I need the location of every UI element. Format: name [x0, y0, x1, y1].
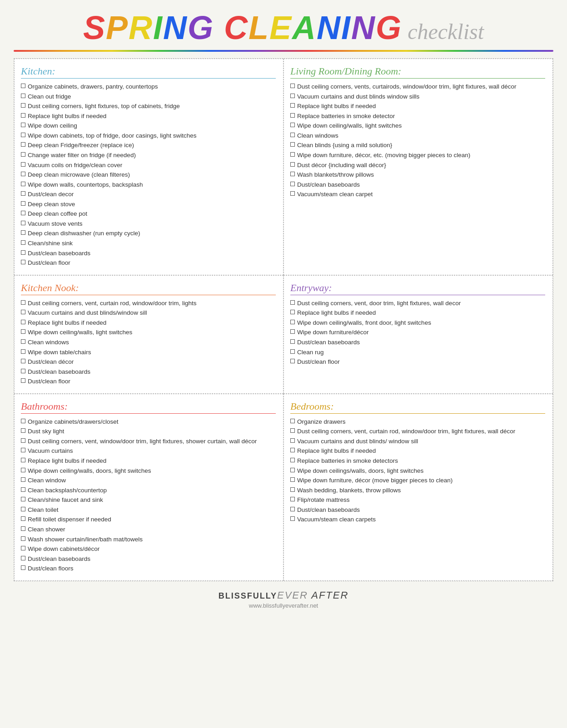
checkbox[interactable]	[21, 191, 25, 196]
list-item: Wash bedding, blankets, throw pillows	[290, 486, 545, 495]
checkbox[interactable]	[21, 113, 25, 118]
checkbox[interactable]	[21, 458, 25, 462]
checkbox[interactable]	[21, 201, 25, 206]
list-item: Dust ceiling corners, light fixtures, to…	[21, 102, 276, 111]
checkbox[interactable]	[21, 142, 25, 147]
checkbox[interactable]	[290, 468, 295, 472]
checkbox[interactable]	[21, 172, 25, 176]
checkbox[interactable]	[21, 565, 25, 570]
list-item: Deep clean Fridge/freezer (replace ice)	[21, 141, 276, 150]
checkbox[interactable]	[21, 162, 25, 167]
checkbox[interactable]	[21, 182, 25, 186]
list-item: Clean shower	[21, 525, 276, 534]
checkbox[interactable]	[290, 320, 295, 324]
checkbox[interactable]	[21, 546, 25, 550]
list-item: Organize cabinets/drawers/closet	[21, 417, 276, 426]
list-item: Replace light bulbs if needed	[21, 456, 276, 466]
list-item: Wipe down furniture/décor	[290, 328, 545, 337]
checkbox[interactable]	[290, 428, 295, 433]
checkbox[interactable]	[21, 221, 25, 225]
checkbox[interactable]	[290, 162, 295, 167]
checkbox[interactable]	[21, 378, 25, 383]
checkbox[interactable]	[21, 536, 25, 541]
checkbox[interactable]	[290, 103, 295, 108]
checkbox[interactable]	[290, 497, 295, 501]
checkbox[interactable]	[290, 152, 295, 157]
checkbox[interactable]	[290, 113, 295, 118]
checkbox[interactable]	[21, 260, 25, 264]
checkbox[interactable]	[290, 142, 295, 147]
checkbox[interactable]	[21, 438, 25, 443]
list-item: Organize cabinets, drawers, pantry, coun…	[21, 82, 276, 91]
checkbox[interactable]	[21, 84, 25, 88]
checkbox[interactable]	[21, 250, 25, 255]
cleaning-text: CLEANING	[214, 9, 402, 46]
checkbox[interactable]	[21, 133, 25, 137]
checkbox[interactable]	[290, 438, 295, 443]
list-item: Clean/shine faucet and sink	[21, 495, 276, 505]
checkbox[interactable]	[290, 448, 295, 452]
checkbox[interactable]	[290, 133, 295, 137]
checkbox[interactable]	[21, 339, 25, 344]
checkbox[interactable]	[21, 300, 25, 305]
list-item: Dust/clean décor	[21, 357, 276, 366]
checkbox[interactable]	[290, 516, 295, 521]
checkbox[interactable]	[21, 468, 25, 472]
list-item: Replace light bulbs if needed	[290, 102, 545, 111]
checkbox[interactable]	[21, 477, 25, 482]
list-item: Dust/clean floor	[21, 258, 276, 267]
checkbox[interactable]	[290, 477, 295, 482]
checkbox[interactable]	[21, 152, 25, 157]
checkbox[interactable]	[290, 182, 295, 186]
checkbox[interactable]	[21, 497, 25, 501]
checkbox[interactable]	[290, 458, 295, 462]
checkbox[interactable]	[290, 419, 295, 423]
checkbox[interactable]	[290, 359, 295, 363]
page-header: SPRING CLEANING checklist	[14, 9, 553, 46]
checkbox[interactable]	[290, 84, 295, 88]
checkbox[interactable]	[21, 94, 25, 98]
checkbox[interactable]	[290, 507, 295, 511]
list-item: Wipe down furniture, décor (move bigger …	[290, 476, 545, 485]
checkbox[interactable]	[21, 329, 25, 334]
checkbox[interactable]	[21, 419, 25, 423]
checkbox[interactable]	[290, 339, 295, 344]
checkbox[interactable]	[21, 103, 25, 108]
list-item: Replace light bulbs if needed	[21, 318, 276, 327]
checkbox[interactable]	[21, 526, 25, 531]
checkbox[interactable]	[290, 191, 295, 196]
checkbox[interactable]	[290, 94, 295, 98]
checkbox[interactable]	[21, 320, 25, 324]
checkbox[interactable]	[290, 349, 295, 354]
list-item: Dust sky light	[21, 427, 276, 436]
checkbox[interactable]	[290, 487, 295, 492]
checkbox[interactable]	[21, 556, 25, 560]
checkbox[interactable]	[21, 349, 25, 354]
checkbox[interactable]	[21, 516, 25, 521]
checkbox[interactable]	[21, 240, 25, 245]
checkbox[interactable]	[21, 487, 25, 492]
checkbox[interactable]	[21, 359, 25, 363]
checkbox[interactable]	[21, 448, 25, 452]
footer: BLISSFULLYever after www.blissfullyevera…	[219, 589, 349, 609]
checkbox[interactable]	[290, 310, 295, 314]
list-item: Dust/clean baseboards	[290, 180, 545, 189]
checkbox[interactable]	[21, 123, 25, 127]
checkbox[interactable]	[21, 507, 25, 511]
checkbox[interactable]	[290, 123, 295, 127]
checkbox[interactable]	[21, 428, 25, 433]
list-item: Clean windows	[290, 131, 545, 140]
checkbox[interactable]	[21, 211, 25, 215]
list-item: Dust/clean floor	[21, 377, 276, 386]
checkbox[interactable]	[21, 369, 25, 373]
list-item: Clean toilet	[21, 505, 276, 515]
list-item: Deep clean coffee pot	[21, 209, 276, 218]
checkbox[interactable]	[290, 329, 295, 334]
checkbox[interactable]	[21, 230, 25, 235]
list-item: Replace light bulbs if needed	[290, 446, 545, 456]
list-item: Dust/clean baseboards	[21, 555, 276, 564]
checkbox[interactable]	[290, 172, 295, 176]
checkbox[interactable]	[290, 300, 295, 305]
list-item: Dust/clean baseboards	[290, 338, 545, 347]
checkbox[interactable]	[21, 310, 25, 314]
